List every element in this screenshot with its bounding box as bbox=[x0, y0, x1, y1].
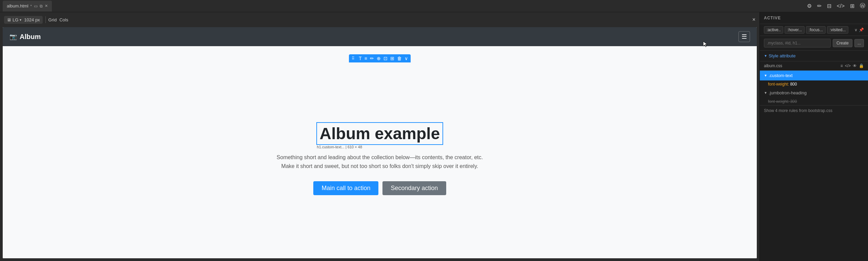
adjust-icon[interactable]: ≡ bbox=[364, 56, 367, 61]
canvas-toolbar: 🖥 LG ▾ 1024 px Grid Cols × bbox=[0, 12, 760, 27]
settings-icon[interactable]: ⚙ bbox=[807, 3, 812, 9]
rule-collapse-arrow: ▼ bbox=[764, 74, 767, 77]
create-button[interactable]: Create bbox=[833, 39, 852, 47]
lock-icon[interactable]: 🔒 bbox=[859, 63, 864, 68]
more-options-button[interactable]: ... bbox=[854, 39, 864, 47]
text-tool-icon[interactable]: T bbox=[359, 56, 362, 61]
style-attribute-section: ▼ Style attribute bbox=[760, 51, 868, 61]
show-more-rules[interactable]: Show 4 more rules from bootstrap.css bbox=[760, 105, 868, 116]
pen-icon[interactable]: ✏ bbox=[817, 3, 822, 9]
jumbotron-font-weight-value: 300 bbox=[790, 99, 797, 104]
jumbotron-buttons: Main call to action Secondary action bbox=[313, 181, 446, 195]
jumbotron-font-weight-name: font-weight: bbox=[768, 99, 790, 104]
visited-pseudo-btn[interactable]: :visited... bbox=[827, 26, 848, 34]
jumbotron: ⠿ T ≡ ✏ ⊕ ⊡ ⊞ 🗑 ∨ Album example bbox=[3, 46, 757, 258]
close-tab-icon[interactable]: ✕ bbox=[45, 4, 48, 8]
active-pseudo-btn[interactable]: :active.. bbox=[764, 26, 783, 34]
selector-row: Create ... bbox=[760, 36, 868, 51]
drag-handle[interactable]: ⠿ bbox=[352, 56, 355, 61]
jumbotron-heading-rule: ▼ .jumbotron-heading font-weight: 300 bbox=[760, 88, 868, 105]
jumbotron-heading-rule-name: .jumbotron-heading bbox=[769, 90, 807, 95]
custom-text-rule: ▼ .custom-text font-weight: 800 bbox=[760, 71, 868, 88]
chevron-down-icon: ▾ bbox=[20, 18, 21, 22]
secondary-action-button[interactable]: Secondary action bbox=[382, 181, 446, 195]
top-bar: album.html * ▭ ⧉ ✕ ⚙ ✏ ⊟ </> ⊞ Ⓦ bbox=[0, 0, 868, 12]
brush-icon[interactable]: ✏ bbox=[370, 56, 374, 61]
element-toolbar: ⠿ T ≡ ✏ ⊕ ⊡ ⊞ 🗑 ∨ bbox=[349, 54, 411, 62]
css-code-icon[interactable]: </> bbox=[845, 63, 851, 68]
element-info: h1.custom-text... | 610 × 48 bbox=[317, 145, 443, 149]
delete-icon[interactable]: 🗑 bbox=[397, 56, 402, 61]
main-area: 🖥 LG ▾ 1024 px Grid Cols × 📷 Album bbox=[0, 12, 868, 261]
duplicate-icon[interactable]: ⊡ bbox=[383, 56, 388, 61]
focus-pseudo-btn[interactable]: :focus... bbox=[806, 26, 826, 34]
device-selector[interactable]: 🖥 LG ▾ 1024 px bbox=[4, 16, 43, 24]
cols-button[interactable]: Cols bbox=[59, 17, 68, 22]
canvas-frame: 📷 Album ☰ ⠿ T ≡ bbox=[3, 27, 757, 258]
custom-text-rule-header[interactable]: ▼ .custom-text bbox=[760, 71, 868, 80]
component-icon[interactable]: ⊞ bbox=[850, 3, 854, 9]
split-icon[interactable]: ⧉ bbox=[40, 4, 43, 8]
layout-icon[interactable]: ⊟ bbox=[827, 3, 831, 9]
pseudo-row: :active.. :hover... :focus... :visited..… bbox=[760, 24, 868, 36]
css-file-row: album.css ≡ </> 👁 🔒 bbox=[760, 61, 868, 71]
page-content: 📷 Album ☰ ⠿ T ≡ bbox=[3, 27, 757, 258]
list-icon[interactable]: ≡ bbox=[841, 63, 843, 68]
font-weight-value: 800 bbox=[790, 82, 797, 87]
pin-icon[interactable]: 📌 bbox=[859, 27, 864, 32]
custom-text-rule-name: .custom-text bbox=[769, 73, 793, 78]
wordpress-icon[interactable]: Ⓦ bbox=[860, 2, 865, 10]
window-icon[interactable]: ▭ bbox=[34, 4, 38, 8]
hover-pseudo-btn[interactable]: :hover... bbox=[785, 26, 805, 34]
right-panel: ACTIVE :active.. :hover... :focus... :vi… bbox=[760, 12, 868, 261]
h1-wrapper: Album example h1.custom-text... | 610 × … bbox=[317, 123, 443, 149]
tab-modified: * bbox=[31, 4, 32, 8]
navbar-toggler[interactable]: ☰ bbox=[738, 31, 750, 42]
navbar-brand: 📷 Album bbox=[9, 33, 41, 41]
camera-icon: 📷 bbox=[9, 33, 17, 40]
primary-action-button[interactable]: Main call to action bbox=[313, 181, 378, 195]
separator bbox=[45, 16, 46, 23]
canvas-area: 🖥 LG ▾ 1024 px Grid Cols × 📷 Album bbox=[0, 12, 760, 261]
css-filename: album.css bbox=[764, 63, 782, 68]
font-weight-name: font-weight: bbox=[768, 82, 790, 87]
tab-filename: album.html bbox=[7, 3, 28, 8]
link-icon[interactable]: ⊕ bbox=[377, 56, 381, 61]
eye-icon[interactable]: 👁 bbox=[853, 63, 857, 68]
style-attribute-text: Style attribute bbox=[769, 53, 796, 58]
resolution-label: 1024 px bbox=[24, 17, 40, 22]
file-icons: ≡ </> 👁 🔒 bbox=[841, 63, 864, 68]
collapse-icon: ▼ bbox=[764, 54, 767, 58]
close-canvas-button[interactable]: × bbox=[752, 17, 755, 23]
grid-button[interactable]: Grid bbox=[48, 17, 57, 22]
jumbotron-collapse-arrow: ▼ bbox=[764, 91, 767, 95]
pseudo-chevron-icon[interactable]: ∨ bbox=[854, 27, 857, 32]
toolbar-chevron-icon[interactable]: ∨ bbox=[405, 56, 408, 61]
brand-name: Album bbox=[20, 33, 41, 41]
code-icon[interactable]: </> bbox=[837, 3, 845, 9]
album-heading[interactable]: Album example bbox=[317, 123, 443, 144]
navbar: 📷 Album ☰ bbox=[3, 27, 757, 46]
style-attribute-label[interactable]: ▼ Style attribute bbox=[764, 53, 864, 58]
device-label: LG bbox=[13, 17, 18, 22]
jumbotron-lead: Something short and leading about the co… bbox=[271, 153, 488, 170]
top-bar-icons: ⚙ ✏ ⊟ </> ⊞ Ⓦ bbox=[807, 2, 865, 10]
file-tab[interactable]: album.html * ▭ ⧉ ✕ bbox=[3, 1, 52, 12]
panel-header: ACTIVE bbox=[760, 12, 868, 24]
hamburger-icon: ☰ bbox=[742, 33, 747, 40]
font-weight-property[interactable]: font-weight: 800 bbox=[760, 80, 868, 88]
jumbotron-heading-rule-header[interactable]: ▼ .jumbotron-heading bbox=[760, 88, 868, 98]
jumbotron-font-weight-property[interactable]: font-weight: 300 bbox=[760, 98, 868, 105]
grid-tool-icon[interactable]: ⊞ bbox=[390, 56, 394, 61]
selector-input[interactable] bbox=[764, 39, 831, 48]
monitor-icon: 🖥 bbox=[7, 17, 11, 22]
